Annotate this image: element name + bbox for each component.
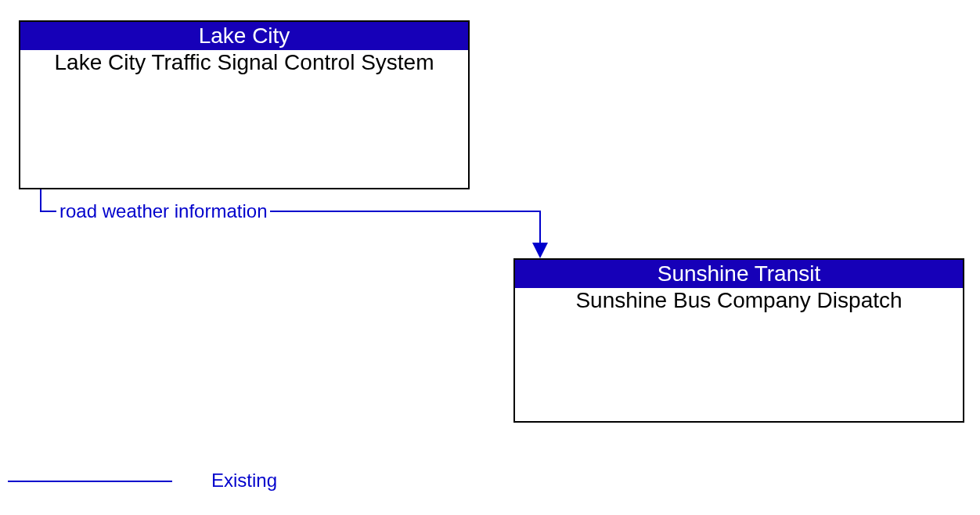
- legend-label-existing: Existing: [211, 470, 277, 492]
- entity-target-header: Sunshine Transit: [515, 260, 963, 288]
- legend-line-existing: [8, 481, 172, 482]
- entity-source-header: Lake City: [20, 22, 468, 50]
- entity-source-body: Lake City Traffic Signal Control System: [20, 50, 468, 75]
- flow-label: road weather information: [56, 200, 270, 222]
- entity-target-body: Sunshine Bus Company Dispatch: [515, 288, 963, 313]
- entity-source-box: Lake City Lake City Traffic Signal Contr…: [19, 20, 470, 189]
- entity-target-box: Sunshine Transit Sunshine Bus Company Di…: [513, 258, 964, 423]
